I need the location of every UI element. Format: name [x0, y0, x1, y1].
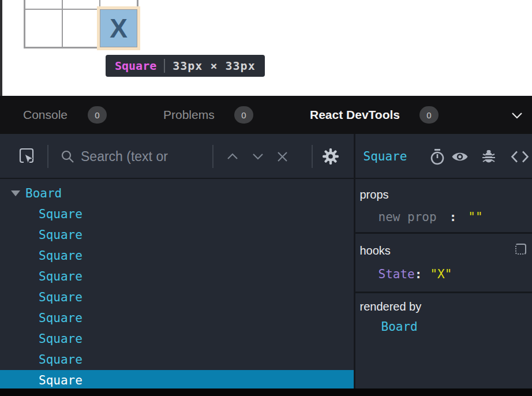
- react-devtools-panel: Search (text or: [0, 134, 532, 388]
- tree-node-label: Square: [39, 249, 83, 263]
- hook-value[interactable]: "X": [430, 267, 452, 281]
- inspect-element-icon[interactable]: [18, 147, 35, 165]
- board-square[interactable]: [25, 0, 62, 9]
- tree-toolbar: Search (text or: [0, 134, 354, 179]
- collapse-panel-chevron-down-icon[interactable]: [511, 112, 523, 119]
- board-square[interactable]: [100, 0, 137, 9]
- suspend-stopwatch-icon[interactable]: [429, 148, 445, 166]
- hooks-section: hooks State:"X": [355, 234, 532, 293]
- panel-divider[interactable]: [354, 134, 355, 388]
- props-header: props: [360, 188, 389, 201]
- browser-viewport: X Square 33px × 33px: [0, 0, 532, 96]
- tab-problems-badge: 0: [234, 106, 253, 124]
- board-square[interactable]: [62, 0, 100, 9]
- tree-node-square[interactable]: Square: [0, 204, 354, 225]
- tree-node-label: Square: [39, 290, 83, 304]
- selected-component-title: Square: [364, 134, 407, 179]
- debug-bug-icon[interactable]: [481, 148, 496, 165]
- tree-node-label: Square: [39, 353, 83, 367]
- tab-react-devtools-badge: 0: [419, 106, 439, 124]
- tree-node-square[interactable]: Square: [0, 287, 354, 308]
- props-section: props new prop:"": [355, 180, 532, 234]
- tooltip-dimensions: 33px × 33px: [173, 59, 255, 73]
- components-tree-panel: Search (text or: [0, 134, 354, 388]
- search-input[interactable]: Search (text or: [81, 134, 168, 179]
- settings-gear-icon[interactable]: [322, 148, 339, 165]
- search-next-chevron-down-icon[interactable]: [252, 153, 264, 160]
- tab-console-badge: 0: [88, 106, 107, 124]
- hooks-header: hooks: [360, 244, 391, 257]
- tree-node-square[interactable]: Square: [0, 328, 354, 349]
- tab-console[interactable]: Console: [23, 96, 68, 134]
- rendered-by-section: rendered by Board: [355, 293, 532, 388]
- tab-problems[interactable]: Problems: [163, 96, 215, 134]
- toolbar-separator: [312, 145, 313, 168]
- new-prop-key-input[interactable]: new prop: [379, 210, 437, 224]
- tree-node-label: Square: [39, 228, 83, 242]
- inspect-dom-eye-icon[interactable]: [451, 151, 469, 163]
- tree-node-label: Square: [39, 270, 83, 283]
- tab-react-devtools[interactable]: React DevTools: [310, 96, 400, 134]
- tree-node-square-selected[interactable]: Square: [0, 370, 354, 388]
- toolbar-separator: [212, 145, 213, 168]
- tree-node-label: Board: [25, 186, 62, 200]
- colon: :: [449, 210, 457, 224]
- board-square-inspected[interactable]: X: [100, 9, 137, 47]
- rendered-by-owner-link[interactable]: Board: [381, 320, 418, 334]
- component-details-panel: Square: [355, 134, 532, 388]
- screenshot-root: X Square 33px × 33px Console 0 Problems …: [0, 0, 532, 396]
- parse-hook-names-icon[interactable]: [515, 244, 526, 255]
- tree-node-board[interactable]: Board: [0, 183, 354, 204]
- colon: :: [415, 267, 422, 281]
- tooltip-separator: [164, 59, 165, 73]
- tooltip-component-name: Square: [115, 59, 156, 73]
- new-prop-row[interactable]: new prop:"": [379, 210, 483, 224]
- search-icon: [60, 149, 75, 164]
- tree-node-square[interactable]: Square: [0, 245, 354, 266]
- board-square[interactable]: [62, 9, 100, 47]
- tree-node-label: Square: [39, 373, 83, 387]
- window-left-edge: [0, 0, 2, 96]
- view-source-code-brackets-icon[interactable]: [511, 150, 529, 163]
- details-toolbar: Square: [355, 134, 532, 179]
- rendered-by-header: rendered by: [360, 300, 422, 313]
- component-tree: Board Square Square Square Square Square…: [0, 180, 354, 388]
- square-mark: X: [110, 13, 128, 44]
- tree-node-label: Square: [39, 207, 83, 221]
- state-hook-row[interactable]: State:"X": [379, 267, 452, 281]
- tree-node-square[interactable]: Square: [0, 266, 354, 287]
- devtools-tab-bar: Console 0 Problems 0 React DevTools 0: [0, 96, 532, 134]
- toolbar-separator: [47, 145, 48, 168]
- tree-node-square[interactable]: Square: [0, 225, 354, 245]
- bottom-edge-strip: [0, 388, 532, 396]
- tree-node-label: Square: [39, 332, 83, 346]
- search-prev-chevron-up-icon[interactable]: [227, 153, 238, 160]
- element-size-tooltip: Square 33px × 33px: [106, 55, 265, 77]
- tree-node-square[interactable]: Square: [0, 349, 354, 370]
- board-square[interactable]: [25, 9, 62, 47]
- new-prop-value-input[interactable]: "": [468, 210, 482, 224]
- tictactoe-board: X: [24, 0, 138, 48]
- tree-node-label: Square: [39, 311, 83, 325]
- tree-node-square[interactable]: Square: [0, 308, 354, 328]
- hook-name: State: [379, 267, 415, 281]
- search-clear-x-icon[interactable]: [277, 151, 288, 162]
- expand-triangle-icon[interactable]: [11, 190, 20, 196]
